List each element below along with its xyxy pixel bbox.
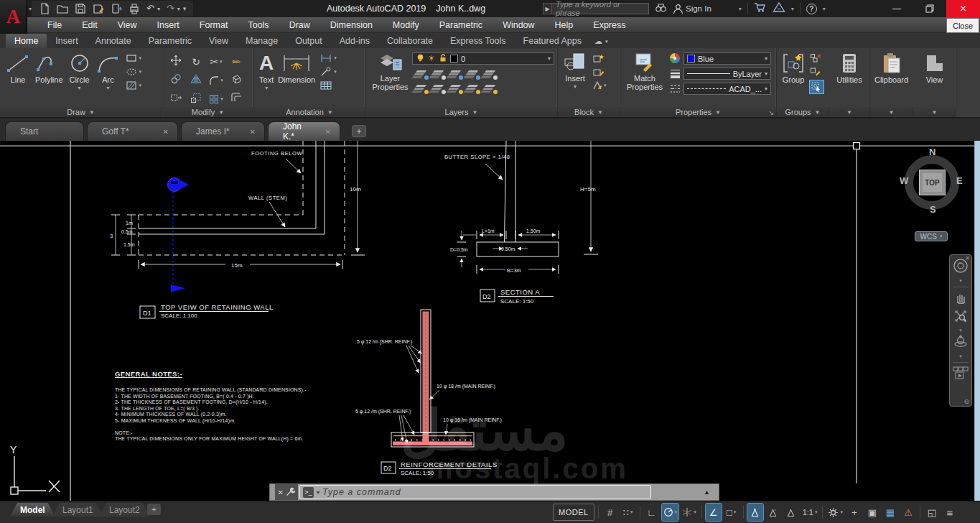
chevron-down-icon[interactable]: ▼ bbox=[264, 85, 269, 91]
connect-dropdown[interactable]: ☁▾ bbox=[594, 37, 608, 48]
new-tab-button[interactable]: + bbox=[352, 125, 366, 137]
close-tab-icon[interactable]: ✕ bbox=[325, 128, 331, 136]
showmotion-icon[interactable] bbox=[953, 366, 969, 384]
line-button[interactable]: Line bbox=[3, 51, 33, 85]
block-panel-title[interactable]: Block▼ bbox=[558, 107, 620, 117]
color-wheel-icon[interactable] bbox=[669, 52, 681, 64]
ribbon-tab-collaborate[interactable]: Collaborate bbox=[378, 34, 442, 48]
menu-help[interactable]: Help bbox=[545, 17, 584, 33]
make-current-layer-button[interactable] bbox=[485, 70, 495, 78]
layers-panel-title[interactable]: Layers▼ bbox=[365, 107, 557, 117]
polyline-button[interactable]: Polyline bbox=[33, 51, 65, 85]
define-attributes-button[interactable]: ▾ bbox=[592, 80, 607, 91]
viewcube[interactable]: N W E S TOP WCS▾ bbox=[902, 148, 963, 241]
ribbon-tab-manage[interactable]: Manage bbox=[237, 34, 286, 48]
snap-mode-toggle[interactable]: ∷▾ bbox=[620, 504, 636, 521]
orbit-icon[interactable] bbox=[953, 335, 969, 352]
sign-in-button[interactable]: Sign In bbox=[673, 4, 711, 14]
leader-button[interactable]: ▾ bbox=[320, 67, 337, 77]
chevron-down-icon[interactable]: ▼ bbox=[77, 85, 82, 91]
chevron-down-icon[interactable]: ▾ bbox=[959, 279, 962, 283]
annotation-monitor-plus[interactable]: + bbox=[846, 504, 862, 521]
clean-screen-toggle[interactable]: ◱ bbox=[924, 504, 940, 521]
erase-button[interactable]: ✏ bbox=[232, 57, 241, 67]
autocad-logo[interactable]: A bbox=[0, 0, 27, 34]
plot-icon[interactable] bbox=[129, 3, 140, 14]
properties-panel-title[interactable]: Properties▼↘ bbox=[620, 107, 776, 117]
array-button[interactable]: ▾ bbox=[209, 94, 223, 104]
annotation-scale-icon[interactable] bbox=[783, 504, 799, 521]
trim-button[interactable]: ✂▾ bbox=[210, 57, 222, 67]
object-snap-tracking-toggle[interactable]: ∠ bbox=[706, 504, 722, 521]
command-input[interactable]: >_ ▾ Type a command bbox=[299, 485, 651, 499]
linetype-icon[interactable] bbox=[669, 83, 681, 94]
close-button[interactable]: ✕ bbox=[946, 0, 980, 17]
chevron-down-icon[interactable]: ▼ bbox=[106, 85, 111, 91]
create-block-button[interactable] bbox=[592, 53, 607, 63]
copy-button[interactable] bbox=[170, 73, 182, 88]
ribbon-tab-view[interactable]: View bbox=[200, 34, 237, 48]
stretch-button[interactable] bbox=[170, 92, 182, 106]
group-edit-button[interactable] bbox=[810, 67, 823, 77]
rotate-button[interactable]: ↻ bbox=[192, 57, 200, 67]
menu-window[interactable]: Window bbox=[493, 17, 544, 33]
ribbon-tab-featured-apps[interactable]: Featured Apps bbox=[515, 34, 590, 48]
menu-format[interactable]: Format bbox=[190, 17, 238, 33]
help-dropdown-icon[interactable]: ▾ bbox=[823, 6, 826, 12]
layout-tab-model[interactable]: Model bbox=[10, 503, 55, 517]
chevron-down-icon[interactable]: ▾ bbox=[959, 354, 962, 358]
lineweight-dropdown[interactable]: ByLayer ▾ bbox=[683, 68, 771, 80]
hatch-tool-button[interactable]: ▾ bbox=[126, 80, 142, 91]
minimize-button[interactable]: — bbox=[880, 0, 913, 17]
match-properties-button[interactable]: Match Properties bbox=[623, 51, 666, 93]
graphics-warning-icon[interactable]: ⚠ bbox=[900, 504, 916, 521]
file-tab-james[interactable]: James I*✕ bbox=[181, 121, 265, 141]
layer-thaw-button[interactable] bbox=[450, 85, 461, 93]
ribbon-tab-annotate[interactable]: Annotate bbox=[87, 34, 140, 48]
autodesk-app-store-icon[interactable] bbox=[773, 1, 785, 16]
autoscale-toggle[interactable] bbox=[765, 504, 781, 521]
ribbon-tab-home[interactable]: Home bbox=[6, 34, 47, 48]
offset-button[interactable] bbox=[230, 92, 242, 106]
viewcube-top-face[interactable]: TOP bbox=[919, 170, 946, 195]
view-button[interactable]: View bbox=[922, 51, 948, 85]
menu-express[interactable]: Express bbox=[583, 17, 635, 33]
groups-panel-title[interactable]: Groups▼ bbox=[777, 107, 829, 117]
open-folder-icon[interactable] bbox=[57, 3, 68, 14]
dimension-button[interactable]: Dimension bbox=[276, 51, 317, 85]
chevron-down-icon[interactable]: ▼ bbox=[573, 84, 578, 89]
annotation-panel-title[interactable]: Annotation▼ bbox=[254, 107, 365, 117]
linetype-dropdown[interactable]: ACAD_... ▾ bbox=[683, 83, 771, 95]
command-expand-icon[interactable]: ▲ bbox=[704, 489, 710, 496]
menu-edit[interactable]: Edit bbox=[72, 17, 108, 33]
redo-icon[interactable]: ↷ bbox=[167, 4, 174, 14]
edit-block-button[interactable] bbox=[592, 67, 607, 77]
sign-in-dropdown-icon[interactable]: ▾ bbox=[739, 6, 742, 12]
menu-tools[interactable]: Tools bbox=[238, 17, 279, 33]
mirror-button[interactable] bbox=[190, 73, 202, 88]
viewcube-north[interactable]: N bbox=[929, 147, 935, 157]
grid-display-toggle[interactable]: # bbox=[602, 504, 618, 521]
ribbon-tab-insert[interactable]: Insert bbox=[47, 34, 86, 48]
app-store-cart-icon[interactable] bbox=[754, 1, 767, 16]
camera-symbol[interactable] bbox=[168, 178, 190, 293]
new-file-icon[interactable] bbox=[39, 3, 50, 14]
command-bar-grip[interactable] bbox=[270, 484, 275, 500]
circle-button[interactable]: Circle ▼ bbox=[65, 51, 94, 92]
zoom-extents-icon[interactable] bbox=[953, 309, 968, 326]
menu-view[interactable]: View bbox=[108, 17, 147, 33]
arc-button[interactable]: Arc ▼ bbox=[94, 51, 123, 92]
insert-block-button[interactable]: Insert ▼ bbox=[561, 51, 589, 91]
menu-insert[interactable]: Insert bbox=[147, 17, 190, 33]
viewcube-south[interactable]: S bbox=[930, 204, 936, 215]
menu-modify[interactable]: Modify bbox=[383, 17, 429, 33]
lineweight-icon[interactable] bbox=[669, 68, 681, 79]
menu-parametric[interactable]: Parametric bbox=[429, 17, 493, 33]
rectangle-tool-button[interactable]: ▾ bbox=[126, 53, 142, 63]
view-panel-expander[interactable]: ▼ bbox=[913, 107, 956, 117]
command-close-icon[interactable]: ✕ bbox=[278, 489, 284, 496]
clipboard-button[interactable]: Clipboard bbox=[872, 51, 910, 85]
command-wrench-icon[interactable] bbox=[286, 487, 295, 498]
app-store-dropdown-icon[interactable]: ▾ bbox=[791, 6, 794, 12]
modify-panel-title[interactable]: Modify▼ bbox=[163, 107, 253, 117]
